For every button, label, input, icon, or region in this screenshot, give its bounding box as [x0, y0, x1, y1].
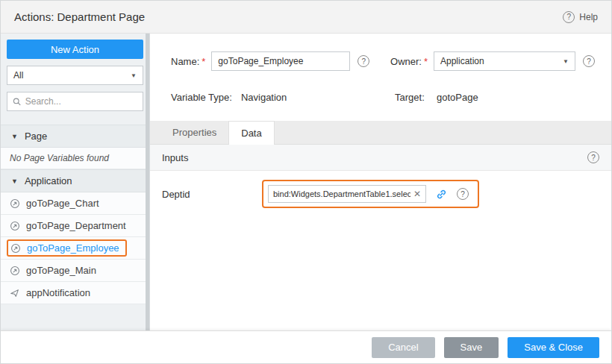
notification-icon	[10, 288, 20, 298]
deptid-label: Deptid	[162, 189, 262, 200]
tree-item-label: goToPage_Employee	[27, 242, 119, 254]
name-label: Name:	[171, 56, 199, 67]
tree-item-label: goToPage_Department	[26, 220, 126, 231]
tree-group-application[interactable]: ▼ Application	[1, 169, 149, 192]
tab-data[interactable]: Data	[228, 121, 274, 145]
deptid-bind-field[interactable]: ✕	[268, 185, 426, 203]
deptid-bind-input[interactable]	[273, 189, 410, 198]
selected-item-highlight: goToPage_Employee	[7, 239, 127, 257]
header: Actions: Department Page ? Help	[1, 1, 611, 34]
main-panel: Name: * ? Owner: * Application ▼ ? Varia…	[150, 34, 611, 330]
target-value: gotoPage	[437, 92, 478, 103]
deptid-help-icon[interactable]: ?	[457, 188, 469, 200]
name-input[interactable]	[211, 51, 350, 71]
tree-item-gotopage-chart[interactable]: goToPage_Chart	[1, 192, 149, 215]
collapse-icon: ▼	[11, 133, 18, 140]
search-box[interactable]	[7, 92, 143, 111]
tree-item-label: goToPage_Chart	[26, 198, 99, 209]
tree-group-label: Page	[25, 131, 47, 142]
navigation-icon	[10, 243, 21, 254]
empty-page-variables-text: No Page Variables found	[1, 148, 149, 169]
save-button[interactable]: Save	[444, 337, 499, 358]
navigation-icon	[10, 198, 20, 209]
variable-type-value: Navigation	[241, 92, 287, 103]
tree-group-label: Application	[25, 175, 72, 186]
help-label: Help	[579, 12, 598, 22]
required-marker: *	[424, 56, 428, 67]
clear-icon[interactable]: ✕	[413, 189, 421, 198]
new-action-button[interactable]: New Action	[7, 40, 143, 59]
navigation-icon	[10, 221, 20, 231]
help-link[interactable]: ? Help	[563, 11, 598, 23]
cancel-button[interactable]: Cancel	[372, 337, 434, 358]
tree-item-gotopage-employee-selected[interactable]: goToPage_Employee	[1, 237, 149, 260]
bind-value-highlight: ✕ ?	[262, 180, 479, 208]
chevron-down-icon: ▼	[131, 72, 137, 79]
save-and-close-button[interactable]: Save & Close	[508, 337, 599, 358]
deptid-row: Deptid ✕ ?	[150, 171, 611, 217]
inputs-section-header: Inputs ?	[150, 145, 611, 171]
tree-item-label: appNotification	[26, 287, 90, 298]
help-icon: ?	[563, 11, 575, 23]
tree-item-appnotification[interactable]: appNotification	[1, 282, 149, 304]
tree-item-gotopage-main[interactable]: goToPage_Main	[1, 260, 149, 282]
name-help-icon[interactable]: ?	[357, 55, 369, 67]
sidebar-controls: New Action All ▼	[1, 34, 149, 117]
inputs-help-icon[interactable]: ?	[587, 151, 599, 163]
navigation-icon	[10, 266, 20, 276]
required-marker: *	[202, 56, 205, 67]
owner-label: Owner:	[390, 56, 422, 67]
collapse-icon: ▼	[11, 178, 18, 185]
target-label: Target:	[395, 92, 428, 103]
bind-link-icon[interactable]	[435, 188, 448, 201]
tree-item-gotopage-department[interactable]: goToPage_Department	[1, 215, 149, 237]
chevron-down-icon: ▼	[563, 58, 569, 65]
owner-selected-value: Application	[440, 56, 484, 66]
tab-properties[interactable]: Properties	[160, 121, 228, 144]
inputs-section-title: Inputs	[162, 152, 188, 163]
sidebar: New Action All ▼ ▼ Page No Page Variable…	[1, 34, 150, 330]
variable-type-label: Variable Type:	[171, 92, 232, 103]
variables-tree: ▼ Page No Page Variables found ▼ Applica…	[1, 125, 149, 304]
search-icon	[13, 97, 22, 107]
tabstrip: Properties Data	[150, 121, 611, 145]
footer: Cancel Save Save & Close	[1, 330, 611, 363]
tree-item-label: goToPage_Main	[26, 265, 96, 276]
owner-select[interactable]: Application ▼	[434, 51, 575, 71]
name-owner-row: Name: * ? Owner: * Application ▼ ?	[150, 51, 611, 71]
page-title: Actions: Department Page	[14, 10, 145, 23]
variable-filter-select[interactable]: All ▼	[7, 66, 143, 85]
owner-help-icon[interactable]: ?	[583, 55, 595, 67]
tree-group-page[interactable]: ▼ Page	[1, 125, 149, 148]
search-input[interactable]	[25, 96, 137, 107]
filter-selected-value: All	[13, 70, 23, 81]
type-target-row: Variable Type: Navigation Target: gotoPa…	[150, 92, 611, 103]
actions-dialog: Actions: Department Page ? Help New Acti…	[0, 0, 612, 364]
